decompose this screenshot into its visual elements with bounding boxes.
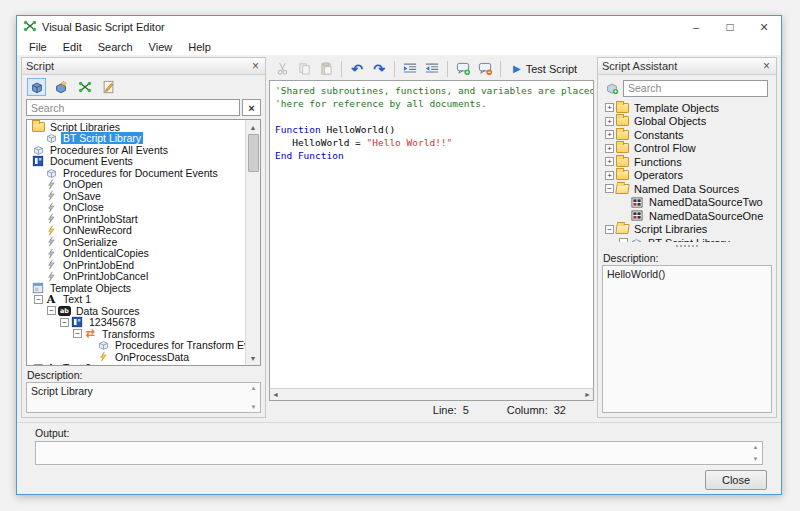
tree-item-onprintjobcancel[interactable]: OnPrintJobCancel (27, 271, 245, 283)
scroll-thumb[interactable] (248, 134, 259, 172)
tree-item-procedures-for-all-events[interactable]: Procedures for All Events (27, 144, 245, 156)
expand-icon[interactable]: + (604, 171, 615, 180)
tree-item-script-libraries[interactable]: Script Libraries (27, 121, 245, 133)
document-icon (31, 155, 45, 167)
event-bolt-active-icon (96, 351, 110, 363)
tree-item-data-sources[interactable]: − ab Data Sources (27, 305, 245, 317)
tree-item-procedures-for-transform-events[interactable]: Procedures for Transform Events (27, 340, 245, 352)
scroll-up-icon[interactable]: ▲ (246, 120, 260, 134)
scroll-down-icon[interactable]: ▼ (749, 456, 762, 462)
tree-item-nameddatasourceone[interactable]: NamedDataSourceOne (602, 209, 772, 223)
editor-horizontal-scrollbar[interactable]: ◄ ► (269, 388, 594, 401)
folder-icon (615, 169, 629, 181)
tree-item-constants[interactable]: + Constants (602, 128, 772, 142)
collapse-icon[interactable]: − (604, 225, 615, 234)
script-cube-icon (31, 144, 45, 156)
tree-item-12345678[interactable]: − 12345678 (27, 317, 245, 329)
collapse-icon[interactable]: − (46, 306, 57, 315)
line-label: Line: (433, 404, 457, 416)
collapse-icon[interactable]: − (604, 184, 615, 193)
scroll-up-icon[interactable]: ▲ (749, 444, 762, 450)
new-script-icon[interactable] (51, 78, 70, 96)
expand-icon[interactable]: + (604, 103, 615, 112)
collapse-icon[interactable]: − (59, 318, 70, 327)
close-button[interactable]: Close (705, 470, 767, 490)
script-library-icon[interactable] (27, 78, 46, 96)
script-search-input[interactable] (26, 99, 240, 116)
tree-item-control-flow[interactable]: + Control Flow (602, 142, 772, 156)
tree-item-global-objects[interactable]: + Global Objects (602, 115, 772, 129)
tree-item-transforms[interactable]: − ⇄ Transforms (27, 328, 245, 340)
tree-item-onserialize[interactable]: OnSerialize (27, 236, 245, 248)
script-cube-icon (44, 167, 58, 179)
tree-item-onidenticalcopies[interactable]: OnIdenticalCopies (27, 248, 245, 260)
indent-icon[interactable] (401, 60, 419, 78)
comment-block-icon[interactable] (454, 60, 472, 78)
scroll-up-icon[interactable]: ▲ (247, 385, 260, 391)
tree-item-nameddatasourcetwo[interactable]: NamedDataSourceTwo (602, 196, 772, 210)
test-script-button[interactable]: ▶ Test Script (507, 61, 583, 77)
tree-item-named-data-sources[interactable]: − Named Data Sources (602, 182, 772, 196)
tree-item-onprocessdata[interactable]: OnProcessData (27, 351, 245, 363)
tree-item-onprintjobstart[interactable]: OnPrintJobStart (27, 213, 245, 225)
tree-item-text-1[interactable]: − A Text 1 (27, 294, 245, 306)
script-description-text: Script Library (27, 383, 247, 412)
tree-item-onsave[interactable]: OnSave (27, 190, 245, 202)
panel-splitter[interactable] (598, 242, 776, 249)
maximize-button[interactable]: □ (713, 16, 747, 38)
collapse-icon[interactable]: − (33, 295, 44, 304)
menu-help[interactable]: Help (180, 40, 219, 54)
minimize-button[interactable]: – (679, 16, 713, 38)
tree-scrollbar[interactable]: ▲ ▼ (245, 120, 260, 365)
named-data-source-icon (630, 196, 644, 208)
script-cube-icon (96, 339, 110, 351)
close-panel-icon[interactable]: × (250, 60, 261, 72)
script-panel: Script × × (21, 57, 266, 418)
code-editor[interactable]: 'Shared subroutines, functions, and vari… (269, 80, 594, 388)
copy-icon[interactable] (295, 60, 313, 78)
expand-icon[interactable]: + (604, 130, 615, 139)
uncomment-block-icon[interactable] (476, 60, 494, 78)
tree-item-template-objects[interactable]: + Template Objects (602, 101, 772, 115)
tree-item-operators[interactable]: + Operators (602, 169, 772, 183)
menu-view[interactable]: View (141, 40, 181, 54)
search-clear-icon[interactable]: × (242, 99, 261, 116)
folder-icon (615, 142, 629, 154)
tree-item-document-events[interactable]: Document Events (27, 156, 245, 168)
cut-icon[interactable] (273, 60, 291, 78)
expand-icon[interactable]: + (604, 144, 615, 153)
scroll-down-icon[interactable]: ▼ (246, 351, 260, 365)
paste-icon[interactable] (317, 60, 335, 78)
tree-item-onopen[interactable]: OnOpen (27, 179, 245, 191)
tree-item-procedures-for-document-events[interactable]: Procedures for Document Events (27, 167, 245, 179)
menu-edit[interactable]: Edit (55, 40, 90, 54)
tree-item-bt-script-library[interactable]: BT Script Library (27, 133, 245, 145)
assistant-search-input[interactable] (623, 80, 768, 97)
menu-search[interactable]: Search (90, 40, 141, 54)
tree-item-onclose[interactable]: OnClose (27, 202, 245, 214)
expand-icon[interactable]: + (604, 117, 615, 126)
scroll-right-icon[interactable]: ► (584, 391, 591, 398)
expand-icon[interactable]: + (604, 157, 615, 166)
close-panel-icon[interactable]: × (761, 60, 772, 72)
undo-icon[interactable]: ↶ (348, 60, 366, 78)
collapse-icon[interactable]: − (33, 364, 44, 365)
tree-item-functions[interactable]: + Functions (602, 155, 772, 169)
edit-document-icon[interactable] (99, 78, 118, 96)
tree-item-onprintjobend[interactable]: OnPrintJobEnd (27, 259, 245, 271)
event-bolt-icon (44, 236, 58, 248)
scroll-left-icon[interactable]: ◄ (272, 391, 279, 398)
molecule-icon[interactable] (75, 78, 94, 96)
tree-item-template-objects[interactable]: Template Objects (27, 282, 245, 294)
tree-item-script-libraries[interactable]: − Script Libraries (602, 223, 772, 237)
tree-item-onnewrecord[interactable]: OnNewRecord (27, 225, 245, 237)
outdent-icon[interactable] (423, 60, 441, 78)
tree-item-text-2[interactable]: − A Text 2 (27, 363, 245, 366)
redo-icon[interactable]: ↷ (370, 60, 388, 78)
menu-file[interactable]: File (21, 40, 55, 54)
scroll-down-icon[interactable]: ▼ (247, 404, 260, 410)
collapse-icon[interactable]: − (72, 329, 83, 338)
insert-script-icon[interactable] (602, 79, 621, 97)
search-clear-icon[interactable]: × (770, 80, 777, 97)
close-window-button[interactable]: × (747, 16, 781, 38)
